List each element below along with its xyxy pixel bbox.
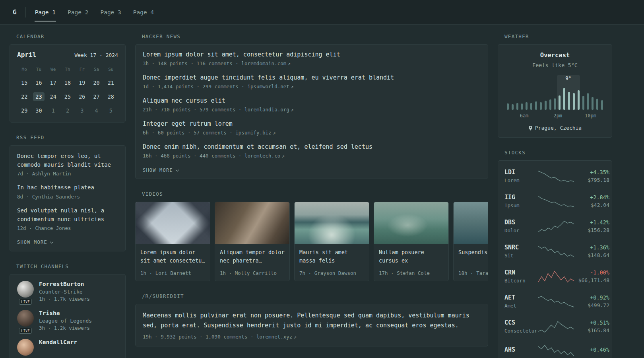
video-title: Aliquam tempor dolor nec pharetra… xyxy=(215,244,289,265)
stock-info: CCS Consectetur xyxy=(504,319,538,334)
stock-row[interactable]: LDI Lorem +4.35% $795.18 xyxy=(504,163,605,189)
post-domain-link[interactable]: loremnet.xyz xyxy=(256,334,292,340)
temperature-bar xyxy=(535,101,537,110)
stock-name: Sit xyxy=(504,253,538,259)
calendar-week-label: Week 17 · 2024 xyxy=(74,52,118,58)
stock-price: $66,171.48 xyxy=(574,277,609,283)
rss-item[interactable]: Donec tempor eros leo, ut commodo mauris… xyxy=(17,152,118,177)
chevron-down-icon xyxy=(50,240,53,243)
temperature-bar xyxy=(578,90,580,110)
rss-show-more-button[interactable]: SHOW MORE xyxy=(17,239,53,245)
weather-card: Overcast Feels like 5°C 9° 6am 2pm 10pm xyxy=(498,44,612,138)
page-tabs: Page 1 Page 2 Page 3 Page 4 xyxy=(35,8,155,17)
rss-widget: RSS FEED Donec tempor eros leo, ut commo… xyxy=(10,134,126,251)
twitch-channel[interactable]: LIVE Trisha League of Legends 3h · 1.2k … xyxy=(17,310,118,331)
video-title: Mauris sit amet massa felis xyxy=(295,244,369,265)
story-title[interactable]: Donec imperdiet augue tincidunt felis al… xyxy=(143,74,481,82)
video-card[interactable]: Aliquam tempor dolor nec pharetra… 1h · … xyxy=(215,202,290,281)
channel-name[interactable]: KendallCarr xyxy=(39,339,77,345)
calendar-day: 29 xyxy=(19,106,30,115)
story-meta: 6h · 60 points · 57 comments · ipsumify.… xyxy=(143,130,481,136)
post-title[interactable]: Maecenas mollis pulvinar erat non posuer… xyxy=(143,311,481,331)
stock-symbol: DBS xyxy=(504,219,538,226)
stock-values: +0.92% $499.72 xyxy=(574,294,609,308)
stock-sparkline xyxy=(538,220,574,233)
stock-row[interactable]: CCS Consectetur +0.51% $165.84 xyxy=(504,314,605,339)
stock-row[interactable]: CRN Bitcorn -1.00% $66,171.48 xyxy=(504,264,605,289)
video-title: Nullam posuere cursus ex xyxy=(374,244,448,265)
tab-page-2[interactable]: Page 2 xyxy=(67,8,89,17)
temperature-bar xyxy=(587,93,589,110)
video-card[interactable]: Mauris sit amet massa felis 7h · Grayson… xyxy=(294,202,369,281)
show-more-label: SHOW MORE xyxy=(143,167,173,173)
stock-values: +1.36% $148.64 xyxy=(574,244,609,258)
weather-condition: Overcast xyxy=(504,52,605,59)
channel-name[interactable]: ForrestBurton xyxy=(39,281,90,287)
video-card[interactable]: Suspendisse diam 18h · Tara xyxy=(453,202,488,281)
live-badge: LIVE xyxy=(19,299,32,305)
videos-widget: VIDEOS Lorem ipsum dolor sit amet consec… xyxy=(135,191,488,281)
rss-item-title[interactable]: In hac habitasse platea xyxy=(17,183,118,192)
story-title[interactable]: Aliquam nec cursus elit xyxy=(143,97,481,105)
twitch-channel[interactable]: KendallCarr xyxy=(17,339,118,356)
tab-page-4[interactable]: Page 4 xyxy=(133,8,154,17)
temperature-bar xyxy=(582,96,584,110)
story-domain-link[interactable]: ipsumworld.net xyxy=(247,84,289,90)
video-card[interactable]: Nullam posuere cursus ex 17h · Stefan Co… xyxy=(374,202,449,281)
weather-widget: WEATHER Overcast Feels like 5°C 9° 6am 2… xyxy=(498,33,612,138)
channel-info: ForrestBurton Counter-Strike 1h · 1.7k v… xyxy=(39,281,90,302)
dashboard: CALENDAR April Week 17 · 2024 Mo Tu We T… xyxy=(0,25,644,358)
stock-row[interactable]: SNRC Sit +1.36% $148.64 xyxy=(504,239,605,264)
video-meta: 7h · Grayson Dawson xyxy=(295,267,369,281)
stock-row[interactable]: IIG Ipsum +2.84% $42.04 xyxy=(504,189,605,214)
external-link-icon: ↗ xyxy=(291,84,294,90)
rss-item[interactable]: Sed volutpat nulla nisl, a condimentum n… xyxy=(17,206,118,231)
hacker-news-show-more-button[interactable]: SHOW MORE xyxy=(143,167,178,173)
story-title[interactable]: Donec enim nibh, condimentum et accumsan… xyxy=(143,143,481,151)
calendar-day: 26 xyxy=(76,92,87,101)
stock-values: +0.51% $165.84 xyxy=(574,319,609,333)
story-domain-link[interactable]: loremtech.co xyxy=(244,153,280,159)
calendar-day-next-month: 5 xyxy=(105,106,116,115)
rss-item-title[interactable]: Sed volutpat nulla nisl, a condimentum n… xyxy=(17,206,118,224)
subreddit-widget: /R/SUBREDDIT Maecenas mollis pulvinar er… xyxy=(135,293,488,346)
peak-temperature-label: 9° xyxy=(565,75,571,81)
stock-row[interactable]: DBS Dolor +1.42% $156.28 xyxy=(504,214,605,239)
stock-info: DBS Dolor xyxy=(504,219,538,233)
temperature-bar xyxy=(573,93,575,110)
channel-name[interactable]: Trisha xyxy=(39,310,92,316)
stock-change: +1.36% xyxy=(574,244,609,251)
rss-item-title[interactable]: Donec tempor eros leo, ut commodo mauris… xyxy=(17,152,118,169)
stock-values: -1.00% $66,171.48 xyxy=(574,269,609,283)
rss-item[interactable]: In hac habitasse platea 8d · Cynthia Sau… xyxy=(17,183,118,200)
story-title[interactable]: Lorem ipsum dolor sit amet, consectetur … xyxy=(143,51,481,59)
story-domain-link[interactable]: loremlandia.org xyxy=(244,107,289,113)
middle-column: HACKER NEWS Lorem ipsum dolor sit amet, … xyxy=(135,33,488,358)
twitch-channel[interactable]: LIVE ForrestBurton Counter-Strike 1h · 1… xyxy=(17,281,118,302)
temperature-bars xyxy=(507,87,603,110)
story-title[interactable]: Integer eget rutrum lorem xyxy=(143,120,481,128)
tab-page-3[interactable]: Page 3 xyxy=(100,8,121,17)
story: Integer eget rutrum lorem 6h · 60 points… xyxy=(143,120,481,136)
story-domain-link[interactable]: ipsumify.biz xyxy=(235,130,271,136)
stock-row[interactable]: AHS +0.46% xyxy=(504,339,605,358)
calendar-day-next-month: 4 xyxy=(91,106,102,115)
calendar-header: April Week 17 · 2024 xyxy=(17,51,118,58)
stock-price: $156.28 xyxy=(574,227,609,233)
video-thumbnail xyxy=(454,202,488,244)
stock-row[interactable]: AET Amet +0.92% $499.72 xyxy=(504,289,605,314)
hour-labels: 6am 2pm 10pm xyxy=(507,113,603,119)
stock-sparkline xyxy=(538,170,574,183)
channel-meta: 3h · 1.2k viewers xyxy=(39,325,92,331)
tab-page-1[interactable]: Page 1 xyxy=(35,8,56,17)
calendar-day: 30 xyxy=(33,106,44,115)
stock-info: SNRC Sit xyxy=(504,244,538,259)
post-meta: 19h · 9,932 points · 1,090 comments · lo… xyxy=(143,334,481,340)
story: Lorem ipsum dolor sit amet, consectetur … xyxy=(143,51,481,66)
stock-values: +4.35% $795.18 xyxy=(574,169,609,183)
video-card[interactable]: Lorem ipsum dolor sit amet consectetu… 1… xyxy=(135,202,210,281)
stock-info: AHS xyxy=(504,346,538,355)
calendar-day: 25 xyxy=(62,92,73,101)
app-logo[interactable]: G xyxy=(13,8,17,16)
story-domain-link[interactable]: loremdomain.com xyxy=(241,60,286,66)
